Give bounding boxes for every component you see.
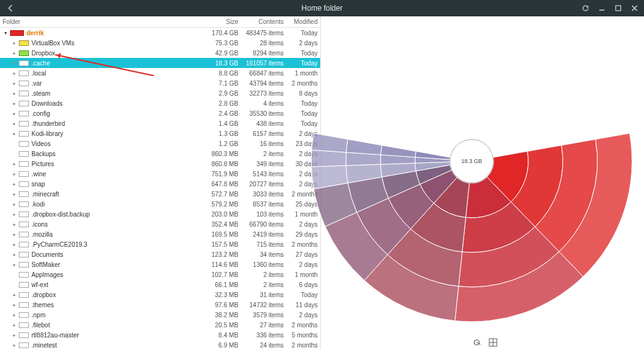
expander-icon[interactable]: ▸ <box>11 60 18 66</box>
expander-icon[interactable] <box>11 150 18 157</box>
folder-contents: 8537 items <box>242 201 287 208</box>
folder-name: .thunderbird <box>31 120 206 127</box>
tree-row[interactable]: ▸.var7.1 GB43794 items2 months <box>0 78 320 88</box>
tree-row[interactable]: ▸.kodi579.2 MB8537 items25 days <box>0 199 320 209</box>
expander-icon[interactable]: ▸ <box>11 302 18 308</box>
sunburst-chart[interactable]: 18.3 GB <box>472 161 644 350</box>
expander-icon[interactable] <box>11 140 18 147</box>
tree-row[interactable]: ▸.config2.4 GB35530 itemsToday <box>0 108 320 118</box>
color-swatch <box>19 232 29 237</box>
folder-size: 20.5 MB <box>206 322 242 329</box>
folder-size: 66.1 MB <box>206 281 242 288</box>
tree-row[interactable]: ▸.filebot20.5 MB27 items2 months <box>0 320 320 330</box>
tree-row[interactable]: ▸.local8.8 GB66847 items1 month <box>0 68 320 78</box>
tree-row[interactable]: Videos1.2 GB16 items23 days <box>0 138 320 149</box>
expander-icon[interactable]: ▸ <box>11 241 18 247</box>
col-contents-header[interactable]: Contents <box>242 18 287 25</box>
folder-size: 579.2 MB <box>206 201 242 208</box>
tree-row[interactable]: ▸.themes97.6 MB14732 items11 days <box>0 300 320 310</box>
tree-row[interactable]: ▸Dropbox42.9 GB8294 itemsToday <box>0 48 320 58</box>
columns-header[interactable]: Folder Size Contents Modified <box>0 16 320 28</box>
folder-name: .PyCharmCE2019.3 <box>31 241 206 248</box>
sunburst-segment[interactable] <box>346 139 382 155</box>
tree-row[interactable]: ▸.wine751.9 MB5143 items2 days <box>0 169 320 179</box>
sunburst-segment[interactable] <box>312 133 348 152</box>
tree-row[interactable]: ▸snap647.8 MB20727 items2 days <box>0 179 320 189</box>
color-swatch <box>19 50 29 56</box>
tree-row[interactable]: ▸.minetest6.9 MB24 items2 months <box>0 340 320 350</box>
tree-row[interactable]: ▸Documents123.2 MB34 items27 days <box>0 249 320 259</box>
tree-row[interactable]: ▸.cache18.3 GB161057 itemsToday <box>0 58 320 68</box>
expander-icon[interactable]: ▸ <box>11 100 18 106</box>
expander-icon[interactable]: ▸ <box>11 171 18 177</box>
sunburst-segment[interactable] <box>311 150 346 167</box>
chart-pane: 18.3 GB <box>321 16 644 350</box>
tree-row[interactable]: wf-ext66.1 MB2 items6 days <box>0 279 320 290</box>
tree-row[interactable]: ▸.dropbox32.3 MB31 itemsToday <box>0 290 320 300</box>
tree-row[interactable]: ▸.minecraft572.7 MB3033 items2 months <box>0 189 320 199</box>
tree-row[interactable]: ▸Downloads2.8 GB4 itemsToday <box>0 98 320 108</box>
tree-row[interactable]: Backups860.3 MB2 items2 days <box>0 149 320 159</box>
col-folder-header[interactable]: Folder <box>0 18 206 25</box>
expander-icon[interactable]: ▸ <box>11 251 18 257</box>
expander-icon[interactable]: ▸ <box>11 211 18 217</box>
folder-size: 2.9 GB <box>206 90 242 97</box>
expander-icon[interactable]: ▸ <box>11 80 18 86</box>
expander-icon[interactable]: ▸ <box>11 332 18 338</box>
expander-icon[interactable]: ▸ <box>11 291 18 298</box>
ring-chart-icon[interactable] <box>472 337 482 347</box>
expander-icon[interactable]: ▸ <box>11 191 18 197</box>
tree-row[interactable]: ▸Pictures860.8 MB349 items30 days <box>0 159 320 169</box>
expander-icon[interactable]: ▾ <box>3 30 9 36</box>
folder-size: 352.4 MB <box>206 221 242 228</box>
treemap-chart-icon[interactable] <box>488 337 498 347</box>
folder-tree-pane: Folder Size Contents Modified ▾ derrik 1… <box>0 16 321 350</box>
color-swatch <box>19 282 29 288</box>
tree-row[interactable]: ▸VirtualBox VMs75.3 GB28 items2 days <box>0 38 320 48</box>
expander-icon[interactable]: ▸ <box>11 181 18 187</box>
expander-icon[interactable]: ▸ <box>11 312 18 318</box>
expander-icon[interactable]: ▸ <box>11 40 18 46</box>
expander-icon[interactable]: ▸ <box>11 261 18 268</box>
tree-row[interactable]: ▸.steam2.9 GB32273 items8 days <box>0 88 320 98</box>
expander-icon[interactable]: ▸ <box>11 161 18 167</box>
expander-icon[interactable]: ▸ <box>11 110 18 116</box>
sunburst-segment[interactable] <box>380 145 416 157</box>
folder-size: 1.4 GB <box>206 120 242 127</box>
folder-name: derrik <box>26 30 206 37</box>
expander-icon[interactable]: ▸ <box>11 231 18 237</box>
expander-icon[interactable] <box>11 281 18 288</box>
tree-row[interactable]: ▸.thunderbird1.4 GB438 itemsToday <box>0 118 320 128</box>
tree-row[interactable]: ▸.mozilla169.5 MB2419 items29 days <box>0 229 320 239</box>
tree-row[interactable]: AppImages102.7 MB2 items1 month <box>0 269 320 279</box>
tree-row[interactable]: ▸Kodi-library1.3 GB6157 items2 days <box>0 128 320 138</box>
folder-tree[interactable]: ▾ derrik 170.4 GB 483475 items Today ▸Vi… <box>0 28 320 350</box>
tree-row[interactable]: ▸.npm38.2 MB3579 items2 days <box>0 310 320 320</box>
expander-icon[interactable] <box>11 271 18 278</box>
tree-row[interactable]: ▸rtl8812au-master8.4 MB336 items5 months <box>0 330 320 340</box>
col-size-header[interactable]: Size <box>206 18 242 25</box>
folder-size: 751.9 MB <box>206 171 242 178</box>
expander-icon[interactable]: ▸ <box>11 70 18 76</box>
expander-icon[interactable]: ▸ <box>11 120 18 127</box>
expander-icon[interactable]: ▸ <box>11 201 18 207</box>
expander-icon[interactable]: ▸ <box>11 130 18 137</box>
folder-name: Kodi-library <box>31 130 206 137</box>
tree-root-row[interactable]: ▾ derrik 170.4 GB 483475 items Today <box>0 28 320 38</box>
back-button[interactable] <box>5 3 16 14</box>
folder-contents: 43794 items <box>242 80 287 87</box>
folder-size: 572.7 MB <box>206 191 242 198</box>
tree-row[interactable]: ▸.PyCharmCE2019.3157.5 MB715 items2 mont… <box>0 239 320 249</box>
content: Folder Size Contents Modified ▾ derrik 1… <box>0 16 644 350</box>
chart-center-label: 18.3 GB <box>450 139 494 183</box>
tree-row[interactable]: ▸SoftMaker114.6 MB1360 items2 days <box>0 259 320 269</box>
expander-icon[interactable]: ▸ <box>11 322 18 328</box>
expander-icon[interactable]: ▸ <box>11 221 18 227</box>
tree-row[interactable]: ▸.dropbox-dist.backup203.0 MB103 items1 … <box>0 209 320 219</box>
expander-icon[interactable]: ▸ <box>11 342 18 348</box>
expander-icon[interactable]: ▸ <box>11 90 18 96</box>
folder-name: Videos <box>31 140 206 147</box>
expander-icon[interactable]: ▸ <box>11 50 18 56</box>
color-swatch <box>19 71 29 76</box>
tree-row[interactable]: ▸.icons352.4 MB66790 items2 days <box>0 219 320 229</box>
